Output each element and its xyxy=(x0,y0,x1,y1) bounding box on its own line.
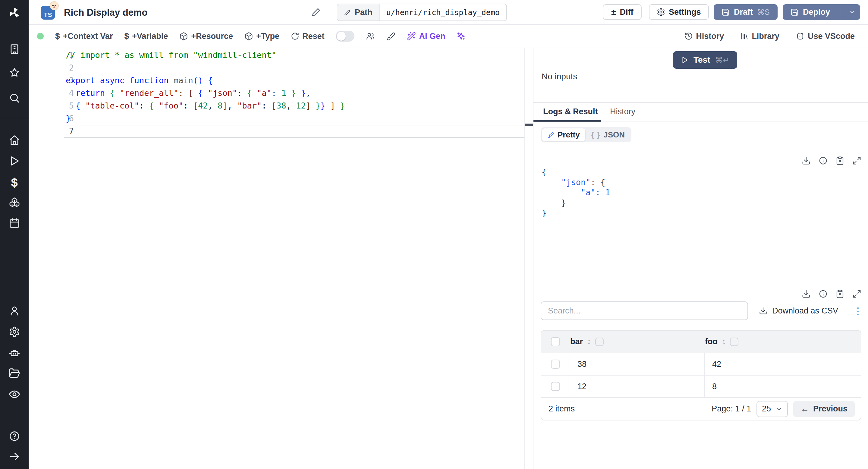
workers-robot-icon[interactable] xyxy=(0,347,29,359)
download-icon xyxy=(759,307,767,315)
audit-logs-eye-icon[interactable] xyxy=(0,388,29,400)
cell-bar: 12 xyxy=(569,376,704,397)
ai-gen-button[interactable]: AI Gen xyxy=(407,32,445,41)
draft-label: Draft xyxy=(734,7,753,17)
chevron-down-icon xyxy=(776,406,782,412)
test-button[interactable]: Test ⌘↵ xyxy=(673,51,737,69)
workspace-icon[interactable] xyxy=(0,43,29,55)
table-row[interactable]: 128 xyxy=(541,375,861,397)
run-panel: Test ⌘↵ No inputs Logs & Result History … xyxy=(533,48,868,469)
save-icon xyxy=(721,8,730,16)
table-search-input[interactable]: Search... xyxy=(541,302,748,320)
dollar-icon: $ xyxy=(55,31,60,41)
column-header-foo[interactable]: foo xyxy=(705,337,718,346)
path-control[interactable]: Path u/henri/rich_display_demo xyxy=(337,4,507,21)
path-label[interactable]: Path xyxy=(337,4,380,21)
editor-toolbar: $ +Context Var $ +Variable +Resource +Ty… xyxy=(29,25,868,48)
info-icon[interactable] xyxy=(818,289,828,299)
collaborators-button[interactable] xyxy=(366,32,375,41)
splitter-drag-handle[interactable] xyxy=(525,124,533,126)
add-context-var-button[interactable]: $ +Context Var xyxy=(55,31,113,41)
column-toggle[interactable] xyxy=(730,338,738,346)
table-row[interactable]: 3842 xyxy=(541,353,861,375)
settings-button[interactable]: Settings xyxy=(649,4,709,20)
resources-boxes-icon[interactable] xyxy=(0,196,29,208)
diff-mode-toggle[interactable] xyxy=(336,31,354,41)
add-type-button[interactable]: +Type xyxy=(244,32,279,41)
row-checkbox[interactable] xyxy=(551,382,560,391)
download-csv-button[interactable]: Download as CSV xyxy=(759,302,838,320)
history-button[interactable]: History xyxy=(684,32,724,41)
json-view-button[interactable]: { } JSON xyxy=(586,128,630,141)
gear-icon xyxy=(657,8,665,16)
folders-icon[interactable] xyxy=(0,368,29,379)
cell-bar: 38 xyxy=(569,353,704,375)
diff-button[interactable]: ± Diff xyxy=(603,4,642,20)
expand-icon[interactable] xyxy=(852,156,861,165)
deploy-dropdown-caret[interactable] xyxy=(844,8,860,16)
settings-gear-icon[interactable] xyxy=(0,326,29,338)
history-label: History xyxy=(696,32,724,41)
result-json-viewer: { "json": { "a": 1 }} xyxy=(541,167,610,218)
tab-logs-and-result[interactable]: Logs & Result xyxy=(543,107,598,116)
help-icon[interactable] xyxy=(0,430,29,442)
json-label: JSON xyxy=(603,130,625,139)
tab-history[interactable]: History xyxy=(610,107,635,116)
copy-to-clipboard-icon[interactable] xyxy=(835,289,844,299)
draft-button[interactable]: Draft ⌘S xyxy=(714,4,778,20)
download-icon[interactable] xyxy=(802,156,811,165)
info-icon[interactable] xyxy=(818,156,828,165)
deploy-button[interactable]: Deploy xyxy=(783,4,860,20)
diff-label: Diff xyxy=(620,7,633,17)
toggle-knob xyxy=(337,32,346,41)
sort-icon[interactable]: ↕ xyxy=(587,337,591,346)
table-menu-kebab[interactable]: ⋮ xyxy=(854,302,863,320)
deploy-button-divider xyxy=(840,4,840,20)
page-size-select[interactable]: 25 xyxy=(756,401,788,417)
plus-minus-icon: ± xyxy=(611,7,616,17)
use-vscode-label: Use VScode xyxy=(808,32,855,41)
library-button[interactable]: Library xyxy=(740,32,779,41)
add-type-label: +Type xyxy=(256,32,279,41)
favorites-star-icon[interactable] xyxy=(0,67,29,79)
add-variable-button[interactable]: $ +Variable xyxy=(124,31,168,41)
add-context-var-label: +Context Var xyxy=(63,32,113,41)
format-brush-button[interactable] xyxy=(386,32,396,41)
copy-to-clipboard-icon[interactable] xyxy=(835,156,844,165)
reset-button[interactable]: Reset xyxy=(291,32,324,41)
use-vscode-button[interactable]: Use VScode xyxy=(796,32,855,41)
add-variable-label: +Variable xyxy=(132,32,168,41)
script-emoji-badge xyxy=(50,1,59,10)
schedules-calendar-icon[interactable] xyxy=(0,217,29,229)
expand-sidebar-arrow-icon[interactable] xyxy=(0,451,29,462)
path-value[interactable]: u/henri/rich_display_demo xyxy=(380,4,506,21)
search-icon[interactable] xyxy=(0,92,29,104)
variables-dollar-icon[interactable]: $ xyxy=(0,176,29,190)
expand-icon[interactable] xyxy=(852,289,861,299)
deploy-label: Deploy xyxy=(803,7,830,17)
table-footer: 2 items Page: 1 / 1 25 ← Previous xyxy=(541,397,861,420)
runs-play-icon[interactable] xyxy=(0,155,29,167)
select-all-checkbox[interactable] xyxy=(551,337,560,346)
edit-summary-pencil-icon[interactable] xyxy=(311,7,321,17)
users-person-icon[interactable] xyxy=(0,305,29,316)
previous-page-button[interactable]: ← Previous xyxy=(793,401,855,417)
add-resource-button[interactable]: +Resource xyxy=(179,32,233,41)
pretty-view-button[interactable]: Pretty xyxy=(542,128,585,141)
column-header-bar[interactable]: bar xyxy=(570,337,583,346)
result-tabs: Logs & Result History xyxy=(533,103,868,122)
cell-foo: 42 xyxy=(704,353,861,375)
sparkles-button[interactable] xyxy=(457,32,466,41)
panel-splitter[interactable] xyxy=(524,48,533,469)
users-icon xyxy=(366,32,375,41)
reset-label: Reset xyxy=(302,32,324,41)
column-toggle[interactable] xyxy=(595,338,604,346)
test-label: Test xyxy=(693,55,710,65)
row-checkbox[interactable] xyxy=(551,359,560,369)
code-editor[interactable]: 1// import * as wmill from "windmill-cli… xyxy=(29,48,524,469)
download-icon[interactable] xyxy=(802,289,811,299)
windmill-logo[interactable] xyxy=(0,7,29,19)
page-indicator: Page: 1 / 1 xyxy=(712,404,751,413)
sort-icon[interactable]: ↕ xyxy=(722,337,726,346)
home-icon[interactable] xyxy=(0,134,29,146)
